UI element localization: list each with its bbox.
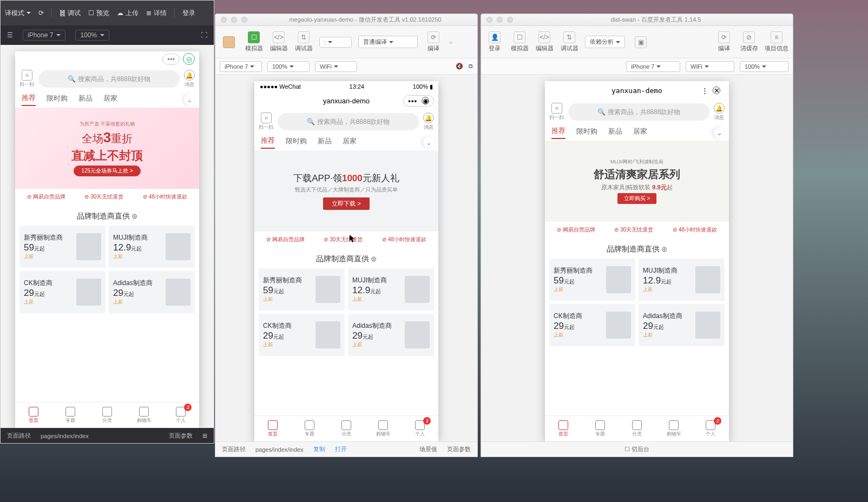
notifications-button[interactable]: 🔔消息 bbox=[423, 113, 434, 131]
tab-recommend[interactable]: 推荐 bbox=[22, 93, 36, 106]
expand-tabs-icon[interactable]: ⌄ bbox=[714, 127, 725, 138]
tab-home-btn[interactable]: 首页 bbox=[15, 402, 52, 428]
popout-icon[interactable]: ⧉ bbox=[469, 63, 473, 70]
copy-link[interactable]: 复制 bbox=[313, 445, 325, 453]
more-icon[interactable]: ••• bbox=[162, 54, 180, 65]
avatar-button[interactable] bbox=[220, 36, 238, 48]
tab-topic-btn[interactable]: 专题 bbox=[582, 416, 619, 441]
device-select[interactable]: iPhone 7 bbox=[23, 30, 65, 41]
network-select[interactable]: WiFi bbox=[315, 61, 357, 72]
tab-category-btn[interactable]: 分类 bbox=[328, 416, 365, 441]
detail-button[interactable]: ≣ 详情 bbox=[146, 9, 167, 18]
device-select[interactable]: iPhone 7 bbox=[220, 61, 262, 72]
tab-home-btn[interactable]: 首页 bbox=[254, 416, 291, 441]
editor-toggle[interactable]: </>编辑器 bbox=[535, 31, 554, 52]
scene-value[interactable]: 场景值 bbox=[419, 445, 437, 453]
target-icon[interactable]: ◎ bbox=[183, 53, 195, 65]
tab-home[interactable]: 居家 bbox=[103, 94, 117, 105]
scan-button[interactable]: ⌗扫一扫 bbox=[19, 70, 34, 88]
search-input[interactable]: 🔍 搜索商品，共8888款好物 bbox=[278, 113, 419, 130]
search-input[interactable]: 🔍 搜索商品，共8888款好物 bbox=[38, 70, 180, 88]
simulator-toggle[interactable]: ☐模拟器 bbox=[245, 31, 263, 52]
target-icon[interactable]: ◉ bbox=[422, 97, 429, 104]
page-params[interactable]: 页面参数 bbox=[169, 432, 193, 440]
max-traffic-light[interactable] bbox=[507, 17, 513, 23]
page-params[interactable]: 页面参数 bbox=[447, 445, 471, 453]
login-button[interactable]: 👤登录 bbox=[485, 31, 504, 52]
banner-cta[interactable]: 立即购买 > bbox=[617, 193, 657, 204]
tab-flash[interactable]: 限时购 bbox=[576, 127, 597, 138]
product-card[interactable]: Adidas制造商29元起上新 bbox=[348, 314, 434, 356]
max-traffic-light[interactable] bbox=[241, 17, 247, 23]
open-link[interactable]: 打开 bbox=[335, 445, 347, 453]
clear-cache-button[interactable]: ⊘清缓存 bbox=[740, 31, 758, 52]
dependency-select[interactable]: 依赖分析 bbox=[585, 36, 625, 48]
page-path[interactable]: pages/index/index bbox=[41, 433, 89, 439]
product-card[interactable]: Adidas制造商29元起上新 bbox=[639, 304, 725, 346]
min-traffic-light[interactable] bbox=[497, 17, 503, 23]
download-button[interactable]: 立即下载 > bbox=[323, 197, 369, 210]
nav-capsule[interactable]: ⋮ ✕ bbox=[697, 85, 725, 96]
close-traffic-light[interactable] bbox=[221, 17, 227, 23]
tab-topic-btn[interactable]: 专题 bbox=[291, 416, 328, 441]
search-input[interactable]: 🔍 搜索商品，共8888款好物 bbox=[568, 103, 709, 121]
reload-button[interactable]: ⟳ bbox=[38, 9, 44, 17]
product-card[interactable]: MUJI制造商12.9元起上新 bbox=[639, 259, 725, 301]
scan-button[interactable]: ⌗扫一扫 bbox=[549, 103, 564, 121]
simulator-toggle[interactable]: ☐模拟器 bbox=[510, 31, 529, 52]
notifications-button[interactable]: 🔔消息 bbox=[184, 70, 195, 88]
product-card[interactable]: Adidas制造商29元起上新 bbox=[109, 271, 195, 313]
product-card[interactable]: CK制造商29元起上新 bbox=[549, 304, 635, 346]
preview-button[interactable]: ☐ 预览 bbox=[88, 9, 109, 18]
product-card[interactable]: 新秀丽制造商59元起上新 bbox=[259, 268, 345, 311]
banner-2[interactable]: 下载APP·领1000元新人礼 甄选天下优品／大牌制造商／只为品质买单 立即下载… bbox=[254, 150, 438, 232]
tab-new[interactable]: 新品 bbox=[78, 94, 93, 105]
tab-home[interactable]: 居家 bbox=[343, 136, 357, 148]
upload-button[interactable]: ☁ 上传 bbox=[117, 9, 139, 18]
tab-category-btn[interactable]: 分类 bbox=[89, 402, 126, 428]
debugger-toggle[interactable]: ⇅调试器 bbox=[560, 31, 578, 52]
banner-cta[interactable]: 125元全场券马上抢 > bbox=[74, 166, 140, 176]
banner-1[interactable]: 为所产选 不落俗套的礼物 全场3重折 直减上不封顶 125元全场券马上抢 > bbox=[15, 108, 199, 189]
login-button[interactable]: 登录 bbox=[182, 9, 195, 18]
network-select[interactable]: WiFi bbox=[686, 61, 734, 72]
close-icon[interactable]: ✕ bbox=[713, 87, 720, 94]
editor-toggle[interactable]: </>编辑器 bbox=[269, 31, 288, 52]
project-info-button[interactable]: ≡项目信息 bbox=[765, 31, 788, 52]
product-card[interactable]: 新秀丽制造商59元起上新 bbox=[19, 226, 106, 268]
product-card[interactable]: CK制造商29元起上新 bbox=[259, 314, 345, 356]
zoom-select[interactable]: 100% bbox=[267, 61, 310, 72]
nav-capsule[interactable]: •••◉ bbox=[403, 95, 434, 107]
tab-new[interactable]: 新品 bbox=[608, 127, 622, 138]
zoom-select[interactable]: 100% bbox=[75, 30, 109, 41]
tab-profile-btn[interactable]: 个人2 bbox=[692, 416, 729, 441]
tab-cart-btn[interactable]: 购物车 bbox=[655, 416, 692, 441]
close-traffic-light[interactable] bbox=[486, 17, 492, 23]
more-icon[interactable]: ⋮ bbox=[701, 87, 708, 95]
tab-flash[interactable]: 限时购 bbox=[47, 94, 68, 105]
expand-tabs-icon[interactable]: ⌄ bbox=[423, 137, 434, 148]
compile-mode-select[interactable]: 普通编译 bbox=[358, 36, 418, 48]
product-card[interactable]: 新秀丽制造商59元起上新 bbox=[549, 259, 635, 301]
product-card[interactable]: CK制造商29元起上新 bbox=[19, 271, 106, 313]
tab-new[interactable]: 新品 bbox=[318, 136, 332, 148]
entry-select[interactable]: : bbox=[319, 37, 352, 48]
scan-button[interactable]: ⌗扫一扫 bbox=[259, 113, 273, 131]
expand-tabs-icon[interactable]: ⌄ bbox=[184, 94, 195, 105]
tab-category-btn[interactable]: 分类 bbox=[619, 416, 655, 441]
tab-home[interactable]: 居家 bbox=[633, 127, 647, 138]
debugger-toggle[interactable]: ⇅调试器 bbox=[294, 31, 313, 52]
settings-icon[interactable]: ⛶ bbox=[201, 31, 207, 39]
menu-icon[interactable]: ☰ bbox=[7, 31, 13, 39]
product-card[interactable]: MUJI制造商12.9元起上新 bbox=[109, 226, 195, 268]
banner-3[interactable]: MUJI/网村/飞利浦制造商 舒适清爽家居系列 原木家具|精致软装 9.9元起 … bbox=[545, 141, 729, 222]
compile-button[interactable]: ⟳编译 bbox=[715, 31, 733, 52]
product-card[interactable]: MUJI制造商12.9元起上新 bbox=[348, 268, 434, 311]
tab-recommend[interactable]: 推荐 bbox=[551, 126, 565, 139]
more-toolbar-icon[interactable]: » bbox=[449, 39, 452, 45]
compile-button[interactable]: ⟳编译 bbox=[424, 31, 443, 52]
debug-button[interactable]: ䷮ 调试 bbox=[60, 9, 81, 18]
mute-icon[interactable]: 🔇 bbox=[456, 63, 463, 70]
grid-icon[interactable]: ⊞ bbox=[202, 432, 207, 439]
min-traffic-light[interactable] bbox=[231, 17, 237, 23]
